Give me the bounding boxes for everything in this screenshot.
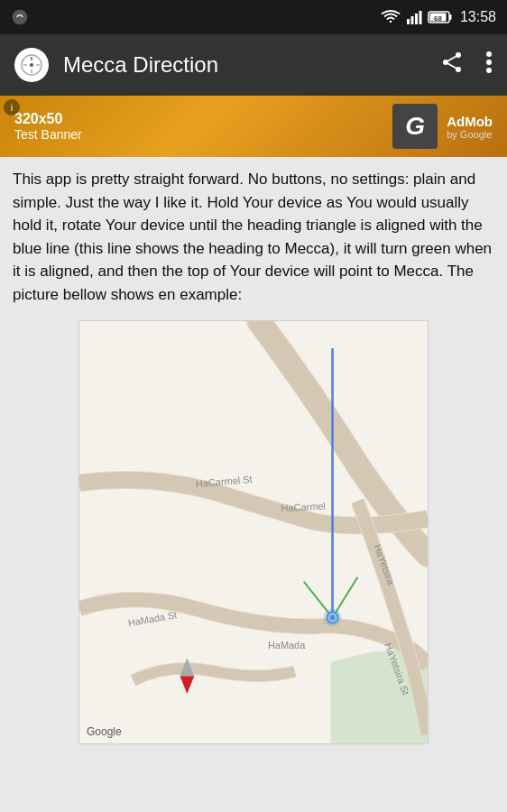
svg-point-0 <box>13 10 28 25</box>
status-bar: 68 13:58 <box>0 0 507 34</box>
svg-rect-5 <box>415 14 418 24</box>
app-icon <box>14 48 49 82</box>
status-left <box>11 8 29 26</box>
toolbar-icons <box>440 51 493 79</box>
wifi-icon <box>381 10 401 24</box>
svg-rect-8 <box>449 14 452 20</box>
svg-rect-4 <box>410 16 413 24</box>
svg-text:HaMada: HaMada <box>268 640 306 651</box>
map-container: HaCarmel St HaCarmel HaMada St HaMada Ha… <box>78 320 429 744</box>
app-title: Mecca Direction <box>63 52 440 78</box>
ad-info-badge: i <box>4 99 20 115</box>
more-options-button[interactable] <box>485 51 493 79</box>
status-right: 68 13:58 <box>381 9 496 25</box>
content-area: This app is pretty straight forward. No … <box>0 157 507 755</box>
svg-point-23 <box>486 60 492 65</box>
signal-icon <box>406 10 422 24</box>
ad-text-block: 320x50 Test Banner <box>14 110 82 143</box>
app-bar: Mecca Direction <box>0 34 507 96</box>
ad-logo: G AdMob by Google <box>392 104 493 149</box>
description-text: This app is pretty straight forward. No … <box>13 168 494 306</box>
admob-name: AdMob <box>447 114 493 129</box>
status-icons: 68 <box>381 10 453 24</box>
svg-point-2 <box>21 15 23 17</box>
map-svg: HaCarmel St HaCarmel HaMada St HaMada Ha… <box>79 321 428 743</box>
ad-banner[interactable]: i 320x50 Test Banner G AdMob by Google <box>0 96 507 157</box>
svg-point-12 <box>30 63 33 67</box>
compass-app-icon <box>20 53 43 77</box>
ad-size: 320x50 <box>14 110 82 127</box>
ad-logo-letter: G <box>405 112 425 141</box>
svg-text:68: 68 <box>434 14 442 23</box>
svg-point-22 <box>486 51 492 57</box>
svg-line-20 <box>446 55 458 62</box>
svg-rect-3 <box>407 19 410 24</box>
ad-logo-box: G <box>392 104 438 149</box>
svg-rect-6 <box>419 11 421 24</box>
status-time: 13:58 <box>460 9 496 25</box>
share-button[interactable] <box>440 51 464 79</box>
ad-test-label: Test Banner <box>14 127 82 143</box>
svg-line-21 <box>446 62 458 69</box>
svg-point-1 <box>17 15 19 17</box>
ad-brand: AdMob by Google <box>447 114 493 140</box>
google-watermark: Google <box>87 725 122 738</box>
battery-icon: 68 <box>428 10 453 24</box>
svg-point-24 <box>486 68 492 73</box>
android-icon <box>11 8 29 26</box>
svg-text:HaCarmel: HaCarmel <box>281 501 326 514</box>
admob-by: by Google <box>447 129 493 140</box>
svg-point-38 <box>330 615 336 621</box>
